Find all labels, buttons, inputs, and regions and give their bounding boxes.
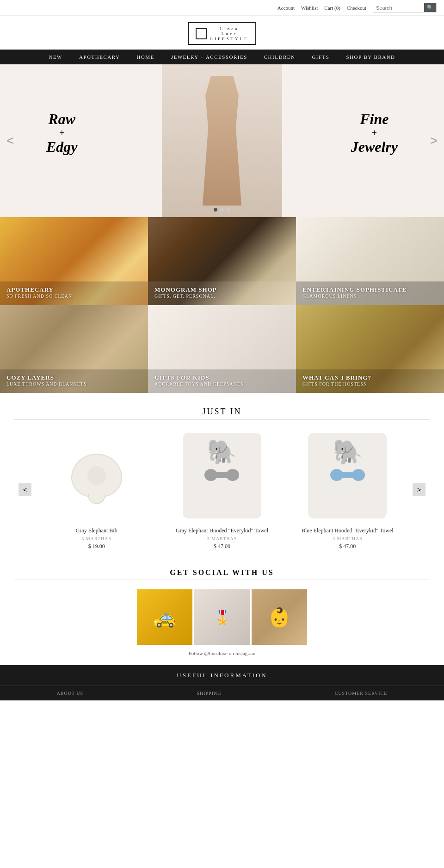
grid-cozy-sub: LUXE THROWS AND BLANKETS <box>6 381 142 387</box>
hero-banner: Raw + Edgy Fine + Jewelry < > <box>0 64 444 217</box>
social-section: GET SOCIAL WITH US 🚕 🎖️ 👶 Follow @lineal… <box>0 559 444 665</box>
product-name-gray-towel: Gray Elephant Hooded "Everykid" Towel <box>166 527 278 534</box>
footer-links: ABOUT US SHIPPING CUSTOMER SERVICE <box>0 686 444 700</box>
cart-link[interactable]: Cart (0) <box>324 5 340 11</box>
wishlist-link[interactable]: Wishlist <box>301 5 318 11</box>
hero-left-plus: + <box>46 128 78 138</box>
product-brand-bib: 3 MARTHAS <box>41 536 152 541</box>
nav-home[interactable]: HOME <box>128 50 162 64</box>
nav-shopbybrand[interactable]: SHOP BY BRAND <box>338 50 403 64</box>
hero-arrow-left[interactable]: < <box>6 133 14 148</box>
grid-item-hostess[interactable]: WHAT CAN I BRING? GIFTS FOR THE HOSTESS <box>296 305 444 393</box>
logo[interactable]: Linea Luxe LIFESTYLE <box>188 22 256 45</box>
product-price-bib: $ 19.00 <box>41 543 152 550</box>
hero-dot-2[interactable] <box>220 208 224 212</box>
product-price-blue-towel: $ 47.00 <box>292 543 403 550</box>
grid-item-cozylayers[interactable]: COZY LAYERS LUXE THROWS AND BLANKETS <box>0 305 148 393</box>
social-title: GET SOCIAL WITH US <box>0 568 444 577</box>
grid-item-apothecary[interactable]: APOTHECARY SO FRESH AND SO CLEAN <box>0 217 148 305</box>
product-img-blue-towel: 🐘 <box>301 429 394 522</box>
logo-rect <box>196 28 207 39</box>
product-card-bib[interactable]: Gray Elephant Bib 3 MARTHAS $ 19.00 <box>41 429 152 550</box>
hero-dot-1[interactable] <box>214 208 217 212</box>
product-name-blue-towel: Blue Elephant Hooded "Everykid" Towel <box>292 527 403 534</box>
footer-shipping[interactable]: SHIPPING <box>197 691 221 696</box>
product-price-gray-towel: $ 47.00 <box>166 543 278 550</box>
just-in-divider <box>14 419 430 420</box>
grid-apothecary-sub: SO FRESH AND SO CLEAN <box>6 293 142 299</box>
footer-customer-service[interactable]: CUSTOMER SERVICE <box>335 691 388 696</box>
search-input[interactable] <box>373 4 424 12</box>
product-img-bib <box>50 429 143 522</box>
grid-entertaining-sub: GLAMOROUS LINENS <box>302 293 438 299</box>
carousel-next[interactable]: > <box>413 483 426 496</box>
product-name-bib: Gray Elephant Bib <box>41 527 152 534</box>
hero-text-right: Fine + Jewelry <box>351 111 398 156</box>
grid-item-kids[interactable]: GIFTS FOR KIDS ADORABLE TOYS AND KEEPSAK… <box>148 305 296 393</box>
footer-about[interactable]: ABOUT US <box>57 691 84 696</box>
hero-right-top: Fine <box>351 111 398 128</box>
social-img-patches[interactable]: 🎖️ <box>194 589 250 645</box>
grid-entertaining-title: ENTERTAINING SOPHISTICATE <box>302 286 438 293</box>
logo-name: Linea Luxe LIFESTYLE <box>210 26 249 41</box>
hero-arrow-right[interactable]: > <box>430 133 438 148</box>
account-link[interactable]: Account <box>278 5 295 11</box>
footer-info-title: USEFUL INFORMATION <box>0 665 444 686</box>
social-divider <box>14 580 430 580</box>
products-row: Gray Elephant Bib 3 MARTHAS $ 19.00 🐘 Gr… <box>31 429 413 550</box>
logo-area: Linea Luxe LIFESTYLE <box>0 16 444 50</box>
hero-text-left: Raw + Edgy <box>46 111 78 156</box>
just-in-title: JUST IN <box>0 407 444 417</box>
hero-left-bottom: Edgy <box>46 138 78 156</box>
product-brand-blue-towel: 3 MARTHAS <box>292 536 403 541</box>
grid-hostess-sub: GIFTS FOR THE HOSTESS <box>302 381 438 387</box>
product-img-gray-towel: 🐘 <box>176 429 268 522</box>
nav-jewelry[interactable]: JEWELRY + ACCESSORIES <box>163 50 256 64</box>
grid-item-entertaining[interactable]: ENTERTAINING SOPHISTICATE GLAMOROUS LINE… <box>296 217 444 305</box>
grid-kids-sub: ADORABLE TOYS AND KEEPSAKES <box>154 381 290 387</box>
social-img-baby[interactable]: 👶 <box>252 589 307 645</box>
product-card-gray-towel[interactable]: 🐘 Gray Elephant Hooded "Everykid" Towel … <box>166 429 278 550</box>
search-button[interactable]: 🔍 <box>424 3 436 12</box>
nav-new[interactable]: NEW <box>40 50 71 64</box>
grid-monogram-sub: GIFTS. GET. PERSONAL. <box>154 293 290 299</box>
carousel-prev[interactable]: < <box>18 483 31 496</box>
nav-gifts[interactable]: GIFTS <box>303 50 338 64</box>
hero-right-plus: + <box>351 128 398 138</box>
grid-item-monogram[interactable]: MONOGRAM SHOP GIFTS. GET. PERSONAL. <box>148 217 296 305</box>
top-bar: Account Wishlist Cart (0) Checkout 🔍 <box>0 0 444 16</box>
product-brand-gray-towel: 3 MARTHAS <box>166 536 278 541</box>
hero-left-top: Raw <box>46 111 78 128</box>
social-follow-text: Follow @linealuxe on Instagram <box>0 650 444 656</box>
hero-right-bottom: Jewelry <box>351 138 398 156</box>
hero-silhouette <box>194 76 250 206</box>
search-wrap: 🔍 <box>373 3 437 12</box>
hero-figure <box>162 64 282 217</box>
grid-kids-title: GIFTS FOR KIDS <box>154 374 290 381</box>
grid-monogram-title: MONOGRAM SHOP <box>154 286 290 293</box>
hero-dot-3[interactable] <box>227 208 230 212</box>
just-in-section: JUST IN < Gray Elephant Bib 3 MARTHAS $ … <box>0 393 444 559</box>
nav-apothecary[interactable]: APOTHECARY <box>71 50 128 64</box>
checkout-link[interactable]: Checkout <box>347 5 366 11</box>
grid-cozy-title: COZY LAYERS <box>6 374 142 381</box>
hero-dots <box>214 208 230 212</box>
grid-hostess-title: WHAT CAN I BRING? <box>302 374 438 381</box>
category-grid: APOTHECARY SO FRESH AND SO CLEAN MONOGRA… <box>0 217 444 393</box>
products-carousel: < Gray Elephant Bib 3 MARTHAS $ 19.00 <box>0 429 444 550</box>
social-img-taxi[interactable]: 🚕 <box>137 589 192 645</box>
main-nav: NEW APOTHECARY HOME JEWELRY + ACCESSORIE… <box>0 50 444 64</box>
grid-apothecary-title: APOTHECARY <box>6 286 142 293</box>
product-card-blue-towel[interactable]: 🐘 Blue Elephant Hooded "Everykid" Towel … <box>292 429 403 550</box>
nav-children[interactable]: CHILDREN <box>256 50 304 64</box>
social-grid: 🚕 🎖️ 👶 <box>0 589 444 645</box>
